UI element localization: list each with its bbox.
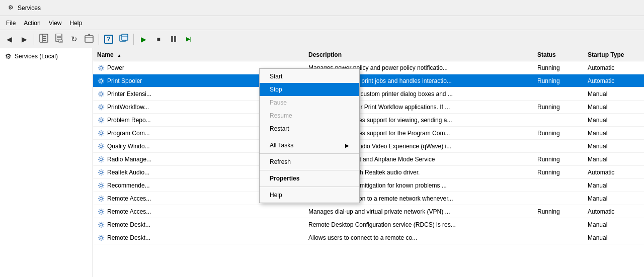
service-gear-icon — [97, 195, 105, 203]
svg-point-23 — [100, 132, 102, 134]
services-local-item[interactable]: ⚙ Services (Local) — [2, 50, 91, 62]
svg-point-20 — [100, 93, 102, 95]
service-gear-icon — [97, 221, 105, 229]
table-row[interactable]: Radio Manage... Radio Management and Air… — [93, 153, 644, 166]
stop-service-button[interactable]: ■ — [151, 32, 166, 46]
table-row[interactable]: PrintWorkflow... Provides support for Pr… — [93, 101, 644, 114]
service-status-cell: Running — [533, 169, 584, 176]
table-row[interactable]: Realtek Audio... For cooperation with Re… — [93, 166, 644, 179]
table-row[interactable]: Quality Windo... Quality Windows Audio V… — [93, 140, 644, 153]
menu-action[interactable]: Action — [20, 18, 44, 29]
svg-point-24 — [100, 145, 102, 147]
ctx-refresh[interactable]: Refresh — [260, 155, 359, 168]
menu-file[interactable]: File — [2, 18, 20, 29]
svg-rect-16 — [122, 34, 128, 40]
svg-marker-14 — [88, 34, 91, 35]
stop-icon: ■ — [156, 36, 160, 43]
service-gear-icon — [97, 116, 105, 124]
table-row[interactable]: Print Spooler This service spools print … — [93, 74, 644, 87]
ctx-separator-1 — [260, 137, 359, 137]
svg-rect-2 — [43, 36, 46, 37]
service-startup-cell: Manual — [584, 156, 644, 163]
ctx-separator-4 — [260, 187, 359, 187]
table-row[interactable]: Power Manages power policy and power pol… — [93, 61, 644, 74]
ctx-restart[interactable]: Restart — [260, 122, 359, 135]
separator-1 — [34, 34, 34, 45]
service-status-cell: Running — [533, 64, 584, 71]
menu-help[interactable]: Help — [66, 18, 87, 29]
forward-icon: ▶ — [22, 35, 27, 43]
menu-bar: File Action View Help — [0, 16, 644, 30]
start-service-button[interactable]: ▶ — [136, 32, 150, 46]
svg-rect-4 — [43, 40, 46, 41]
refresh-icon: ↻ — [71, 35, 77, 44]
service-gear-icon — [97, 168, 105, 176]
new-window-button[interactable] — [117, 32, 131, 46]
export-button[interactable] — [82, 32, 96, 46]
ctx-help[interactable]: Help — [260, 189, 359, 202]
table-row[interactable]: Remote Acces... Manages dial-up and virt… — [93, 205, 644, 218]
show-tree-button[interactable] — [37, 32, 51, 46]
service-gear-icon — [97, 155, 105, 163]
ctx-separator-2 — [260, 153, 359, 154]
service-startup-cell: Automatic — [584, 169, 644, 176]
service-name-cell: Remote Acces... — [93, 208, 304, 216]
pause-icon — [171, 36, 176, 42]
table-row[interactable]: Problem Repo... This service provides su… — [93, 114, 644, 127]
ctx-properties[interactable]: Properties — [260, 172, 359, 185]
separator-2 — [99, 34, 99, 45]
ctx-start[interactable]: Start — [260, 70, 359, 83]
help-icon: ? — [104, 35, 113, 44]
help-button[interactable]: ? — [102, 32, 116, 46]
main-area: ⚙ Services (Local) Name ▲ Description St… — [0, 48, 644, 277]
service-startup-cell: Automatic — [584, 77, 644, 84]
back-button[interactable]: ◀ — [2, 32, 16, 46]
service-startup-cell: Manual — [584, 221, 644, 228]
back-icon: ◀ — [7, 35, 12, 43]
separator-3 — [133, 34, 134, 45]
toolbar: ◀ ▶ ↻ — [0, 30, 644, 48]
ctx-stop[interactable]: Stop — [260, 83, 359, 96]
table-row[interactable]: Remote Acces... Creates a connection to … — [93, 192, 644, 205]
table-row[interactable]: Program Com... This service provides sup… — [93, 127, 644, 140]
service-startup-cell: Manual — [584, 234, 644, 241]
column-name-header[interactable]: Name ▲ — [93, 51, 304, 58]
table-row[interactable]: Remote Deskt... Remote Desktop Configura… — [93, 218, 644, 231]
column-description-header[interactable]: Description — [304, 51, 533, 58]
svg-point-31 — [100, 236, 102, 239]
resume-service-button[interactable]: ▶| — [182, 32, 196, 46]
column-status-header[interactable]: Status — [533, 51, 584, 58]
new-window-icon — [119, 34, 128, 44]
title-bar-icon: ⚙ — [4, 0, 18, 16]
resume-icon: ▶| — [186, 36, 192, 42]
forward-button[interactable]: ▶ — [17, 32, 31, 46]
svg-point-26 — [100, 171, 102, 173]
services-local-label: Services (Local) — [15, 53, 58, 60]
service-status-cell: Running — [533, 208, 584, 215]
svg-rect-11 — [85, 36, 93, 42]
table-row[interactable]: Recommende... Enables automatic mitigati… — [93, 179, 644, 192]
service-startup-cell: Manual — [584, 182, 644, 189]
service-gear-icon — [97, 103, 105, 111]
pause-service-button[interactable] — [167, 32, 181, 46]
menu-view[interactable]: View — [45, 18, 66, 29]
svg-point-28 — [100, 197, 102, 200]
service-desc-cell: Remote Desktop Configuration service (RD… — [304, 221, 533, 228]
table-row[interactable]: Printer Extensi... This service opens cu… — [93, 87, 644, 101]
ctx-all-tasks[interactable]: All Tasks ▶ — [260, 139, 359, 152]
refresh-button[interactable]: ↻ — [67, 32, 81, 46]
ctx-all-tasks-arrow: ▶ — [345, 143, 349, 148]
service-desc-cell: Allows users to connect to a remote co..… — [304, 234, 533, 241]
ctx-separator-3 — [260, 170, 359, 170]
svg-point-18 — [100, 66, 102, 69]
service-startup-cell: Manual — [584, 195, 644, 202]
table-header: Name ▲ Description Status Startup Type — [93, 48, 644, 61]
service-gear-icon — [97, 181, 105, 190]
properties-icon — [55, 34, 63, 44]
properties-button[interactable] — [52, 32, 66, 46]
services-table-body: Power Manages power policy and power pol… — [93, 61, 644, 244]
table-row[interactable]: Remote Deskt... Allows users to connect … — [93, 231, 644, 244]
sort-arrow-name: ▲ — [117, 53, 121, 58]
ctx-resume: Resume — [260, 109, 359, 122]
column-startup-header[interactable]: Startup Type — [584, 51, 644, 58]
